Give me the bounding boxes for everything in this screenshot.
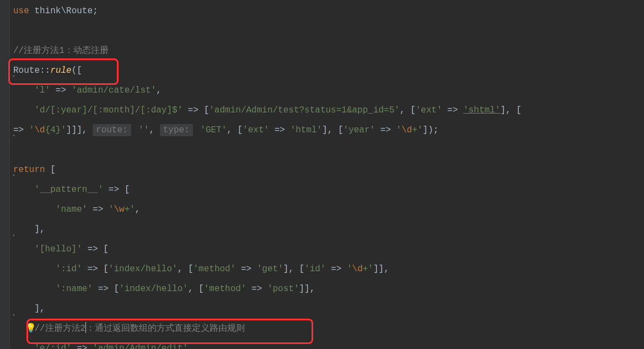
comma: , — [188, 343, 194, 349]
close-bracket: ], — [34, 224, 45, 234]
method-get: 'GET' — [200, 125, 227, 135]
code-line-empty[interactable] — [10, 140, 644, 160]
ext-val: 'html' — [291, 125, 323, 135]
arrow-op: => — [442, 105, 463, 115]
route-target: 'index/hello' — [109, 264, 178, 274]
code-line[interactable]: ▾=> '\d{4}']]], route: '', type: 'GET', … — [10, 120, 644, 140]
code-line[interactable]: use think\Route; — [10, 1, 644, 21]
code-line[interactable]: //注册方法1：动态注册 — [10, 41, 644, 61]
comma: , — [135, 205, 141, 214]
arrow-op: => — [235, 264, 256, 274]
edit-route: 'admin/Admin/edit' — [93, 343, 188, 349]
arrow-bracket: => [ — [82, 264, 109, 274]
pattern-key: '__pattern__' — [34, 185, 103, 195]
method-get: 'get' — [257, 264, 283, 274]
array-key: 'l' — [34, 85, 50, 95]
comma: , — [156, 85, 162, 95]
regex-val: '\d+' — [347, 264, 373, 274]
arrow-bracket: => [ — [93, 284, 119, 294]
code-line[interactable]: 'l' => 'admin/cate/lst', — [10, 80, 644, 100]
sep: , [ — [227, 125, 243, 135]
close-brackets: ]], — [299, 284, 315, 294]
arrow-op: => — [375, 125, 396, 135]
code-line[interactable]: ▾return [ — [10, 160, 644, 180]
method-post: 'post' — [267, 284, 299, 294]
sep: , [ — [188, 284, 204, 294]
sep: ], [ — [322, 125, 343, 135]
name-key: ':name' — [56, 284, 93, 294]
year-key: 'year' — [344, 125, 375, 135]
arrow-bracket: => [ — [183, 105, 209, 115]
open-bracket: [ — [45, 165, 56, 175]
arrow-op: => — [50, 85, 71, 95]
fold-icon[interactable]: ▾ — [10, 166, 18, 174]
route-target: 'index/hello' — [119, 284, 188, 294]
arrow-op: => — [269, 125, 290, 135]
method-key: 'method' — [204, 284, 246, 294]
code-editor[interactable]: use think\Route; //注册方法1：动态注册 ▾Route::ru… — [10, 0, 644, 349]
arrow-bracket: => [ — [103, 185, 130, 195]
regex-val: '\w+' — [109, 205, 135, 214]
route-target: 'admin/Admin/test?status=1&app_id=5' — [209, 105, 400, 115]
arrow-bracket: => [ — [82, 244, 109, 254]
arrow-op: => — [326, 264, 347, 274]
sep: ], [ — [283, 264, 304, 274]
arrow-op: => — [246, 284, 267, 294]
semicolon: ; — [93, 6, 98, 16]
close-brackets: ]], — [373, 264, 389, 274]
class-path: think\Route — [29, 6, 93, 16]
fold-icon[interactable]: ▾ — [10, 67, 18, 74]
sep: ], [ — [500, 105, 521, 115]
ext-key: 'ext' — [243, 125, 269, 135]
edit-key: 'e/:id' — [34, 343, 71, 349]
end-statement: ]); — [423, 125, 439, 135]
sep: , [ — [178, 264, 194, 274]
keyword-return: return — [13, 165, 45, 175]
arrow-op: => — [87, 205, 108, 214]
editor-gutter — [0, 0, 10, 349]
year-regex: '\d+' — [396, 125, 423, 135]
keyword-use: use — [13, 6, 29, 16]
code-line[interactable]: ':name' => ['index/hello', ['method' => … — [10, 279, 644, 299]
name-key: 'name' — [56, 205, 88, 214]
method-rule: rule — [50, 66, 71, 76]
sep: , [ — [400, 105, 416, 115]
id-key2: 'id' — [304, 264, 325, 274]
ext-val: 'shtml' — [463, 105, 500, 115]
comment: //注册方法2：通过返回数组的方式直接定义路由规则 — [34, 324, 245, 334]
comment-text-b: ：通过返回数组的方式直接定义路由规则 — [86, 324, 245, 334]
fold-end-icon[interactable]: ▴ — [10, 305, 18, 313]
double-colon: :: — [40, 66, 50, 76]
comment: //注册方法1：动态注册 — [13, 46, 109, 56]
method-key: 'method' — [193, 264, 235, 274]
lightbulb-icon[interactable]: 💡 — [25, 319, 36, 339]
code-line[interactable]: ▴ ], — [10, 219, 644, 239]
param-hint-type: type: — [160, 124, 193, 136]
comma: , — [149, 125, 159, 135]
ext-key: 'ext' — [416, 105, 442, 115]
code-line[interactable]: ▴ ], — [10, 299, 644, 319]
code-line[interactable]: 'd/[:year]/[:month]/[:day]$' => ['admin/… — [10, 100, 644, 120]
code-line[interactable]: ▾Route::rule([ — [10, 61, 644, 80]
regex-val: '\d{4}' — [29, 125, 66, 135]
route-value: 'admin/cate/lst' — [72, 85, 157, 95]
open-bracket: ([ — [72, 66, 82, 76]
arrow-op: => — [72, 343, 93, 349]
code-line[interactable]: '__pattern__' => [ — [10, 180, 644, 200]
code-line[interactable]: 💡 //注册方法2：通过返回数组的方式直接定义路由规则 — [10, 319, 644, 339]
empty-string: '' — [138, 125, 149, 135]
comment-text-a: //注册方法2 — [34, 324, 85, 334]
code-line[interactable]: 'e/:id' => 'admin/Admin/edit', — [10, 339, 644, 349]
fold-icon[interactable]: ▾ — [10, 126, 18, 134]
param-hint-route: route: — [93, 124, 131, 136]
route-pattern: 'd/[:year]/[:month]/[:day]$' — [34, 105, 183, 115]
code-line[interactable]: '[hello]' => [ — [10, 239, 644, 259]
code-line-empty[interactable] — [10, 21, 644, 41]
close-brackets: ]]], — [66, 125, 93, 135]
code-line[interactable]: 'name' => '\w+', — [10, 200, 644, 219]
code-line[interactable]: ':id' => ['index/hello', ['method' => 'g… — [10, 259, 644, 279]
id-key: ':id' — [56, 264, 82, 274]
hello-key: '[hello]' — [34, 244, 82, 254]
fold-end-icon[interactable]: ▴ — [10, 225, 18, 233]
close-bracket: ], — [34, 304, 45, 314]
